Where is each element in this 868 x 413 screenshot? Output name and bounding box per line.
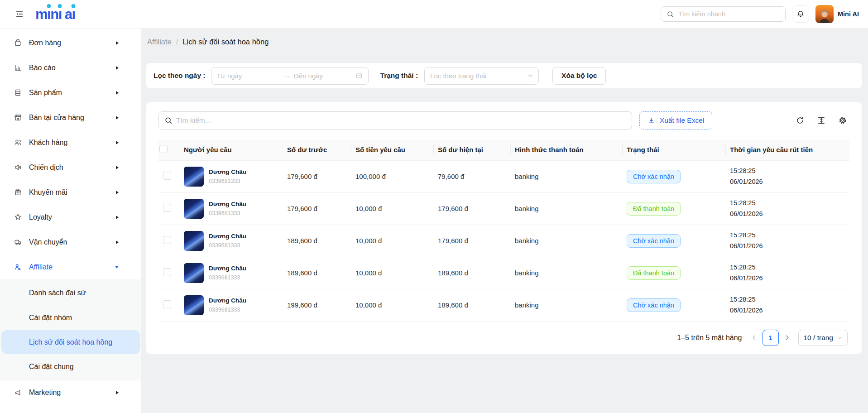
notifications-button[interactable] <box>792 5 809 23</box>
bar-chart-icon <box>14 63 22 72</box>
export-excel-label: Xuất file Excel <box>660 116 704 125</box>
app-logo[interactable]: mınıaı <box>35 7 75 21</box>
previous-page-button[interactable] <box>751 335 757 341</box>
global-search[interactable] <box>661 6 786 22</box>
column-header: Người yêu cầu <box>179 139 283 160</box>
payment-method: banking <box>510 192 622 225</box>
table-row: Dương Châu 0339681333 179,600 đ 10,000 đ… <box>158 192 849 225</box>
date-range-picker[interactable]: Từ ngày → Đến ngày <box>211 67 369 85</box>
sidebar-item-loyalty[interactable]: Loyalty <box>0 205 141 230</box>
requester-phone: 0339681333 <box>209 178 246 184</box>
row-checkbox[interactable] <box>163 236 171 244</box>
requester-name: Dương Châu <box>209 233 246 240</box>
range-arrow-icon: → <box>284 72 290 79</box>
table-toolbar: Xuất file Excel <box>158 111 849 130</box>
row-checkbox[interactable] <box>163 300 171 308</box>
sidebar-item-marketing[interactable]: Marketing <box>0 380 141 405</box>
submenu-item-danh-sach-dai-su[interactable]: Danh sách đại sứ <box>0 280 141 305</box>
bag-icon <box>14 38 22 47</box>
sidebar-item-van-chuyen[interactable]: Vận chuyển <box>0 230 141 255</box>
breadcrumb: Affiliate / Lịch sử đối soát hoa hồng <box>146 29 862 55</box>
balance-after: 179,600 đ <box>433 192 510 225</box>
chevron-right-icon <box>116 240 119 244</box>
submenu-item-lich-su-doi-soat[interactable]: Lịch sử đối soát hoa hồng <box>1 330 140 354</box>
status-badge: Chờ xác nhận <box>627 298 681 312</box>
to-date-placeholder[interactable]: Đến ngày <box>294 72 352 80</box>
next-page-button[interactable] <box>784 335 790 341</box>
export-excel-button[interactable]: Xuất file Excel <box>639 111 712 130</box>
requester-phone: 0339681333 <box>209 242 246 249</box>
sidebar-item-don-hang[interactable]: Đơn hàng <box>0 30 141 55</box>
sidebar-collapse-button[interactable] <box>14 8 25 20</box>
requester-avatar <box>184 231 204 251</box>
sidebar-item-label: Affiliate <box>29 263 108 271</box>
search-icon <box>164 116 173 125</box>
sidebar-item-affiliate[interactable]: Affiliate <box>0 255 141 279</box>
table-search-input[interactable] <box>176 116 626 125</box>
payment-method: banking <box>510 289 622 321</box>
select-all-checkbox[interactable] <box>159 145 168 153</box>
column-header: Hình thức thanh toán <box>510 139 622 160</box>
gift-icon <box>14 188 22 197</box>
clear-filters-button[interactable]: Xóa bộ lọc <box>552 67 606 85</box>
sidebar-item-khuyen-mai[interactable]: Khuyến mãi <box>0 180 141 205</box>
from-date-placeholder[interactable]: Từ ngày <box>217 72 280 80</box>
date-filter-label: Lọc theo ngày : <box>153 72 206 80</box>
chevron-right-icon <box>116 391 119 394</box>
chevron-right-icon <box>116 216 119 219</box>
sidebar-item-label: Loyalty <box>29 213 109 221</box>
column-header: Thời gian yêu cầu rút tiền <box>725 139 849 160</box>
chevron-right-icon <box>116 66 119 70</box>
requester-phone: 0339681333 <box>209 210 246 216</box>
table-card: Xuất file Excel <box>146 102 862 354</box>
search-icon <box>667 10 674 18</box>
settings-gear-icon[interactable] <box>838 116 847 125</box>
row-checkbox[interactable] <box>163 204 171 212</box>
user-avatar[interactable] <box>815 5 834 23</box>
sidebar-item-khach-hang[interactable]: Khách hàng <box>0 130 141 155</box>
status-filter-select[interactable]: Lọc theo trạng thái <box>424 67 539 85</box>
submenu-item-cai-dat-chung[interactable]: Cài đặt chung <box>0 354 141 379</box>
sidebar-item-san-pham[interactable]: Sản phẩm <box>0 80 141 105</box>
row-checkbox[interactable] <box>163 172 171 180</box>
download-icon <box>647 117 655 125</box>
table-row: Dương Châu 0339681333 189,600 đ 10,000 đ… <box>158 225 849 257</box>
page-number-button[interactable]: 1 <box>762 330 779 346</box>
balance-before: 179,600 đ <box>283 192 351 225</box>
table-tools <box>796 116 849 125</box>
status-select-placeholder: Lọc theo trạng thái <box>430 72 528 80</box>
sidebar-item-label: Chiến dịch <box>29 163 109 172</box>
request-date: 06/01/2026 <box>730 241 845 252</box>
request-amount: 10,000 đ <box>351 289 433 321</box>
reload-icon[interactable] <box>796 116 805 125</box>
page-size-select[interactable]: 10 / trang <box>798 330 848 346</box>
submenu-item-cai-dat-nhom[interactable]: Cài đặt nhóm <box>0 305 141 330</box>
sidebar-item-bao-cao[interactable]: Báo cáo <box>0 55 141 80</box>
sidebar-item-label: Vận chuyển <box>29 238 109 246</box>
table-search[interactable] <box>158 111 632 130</box>
sidebar-item-label: Bán tại cửa hàng <box>29 114 109 122</box>
main-content: Affiliate / Lịch sử đối soát hoa hồng Lọ… <box>142 29 868 413</box>
balance-after: 79,600 đ <box>433 160 510 192</box>
global-search-input[interactable] <box>678 10 780 18</box>
breadcrumb-current: Lịch sử đối soát hoa hồng <box>182 38 269 46</box>
request-date: 06/01/2026 <box>730 177 845 187</box>
balance-before: 189,600 đ <box>283 257 351 289</box>
sidebar-item-ban-tai-cua-hang[interactable]: Bán tại cửa hàng <box>0 105 141 130</box>
column-header: Số tiền yêu cầu <box>351 139 433 160</box>
balance-after: 179,600 đ <box>433 225 510 257</box>
row-checkbox[interactable] <box>163 268 171 276</box>
breadcrumb-parent[interactable]: Affiliate <box>147 38 172 46</box>
column-height-icon[interactable] <box>817 116 826 125</box>
chevron-right-icon <box>116 191 119 194</box>
affiliate-icon <box>14 263 22 271</box>
requester-avatar <box>184 263 204 283</box>
store-icon <box>14 113 22 122</box>
calendar-icon <box>355 72 363 79</box>
payment-method: banking <box>510 257 622 289</box>
sidebar-item-chien-dich[interactable]: Chiến dịch <box>0 155 141 180</box>
page-size-value: 10 / trang <box>804 334 834 342</box>
request-time: 15:28:25 <box>730 198 845 209</box>
chevron-right-icon <box>116 91 119 95</box>
balance-after: 189,600 đ <box>433 257 510 289</box>
